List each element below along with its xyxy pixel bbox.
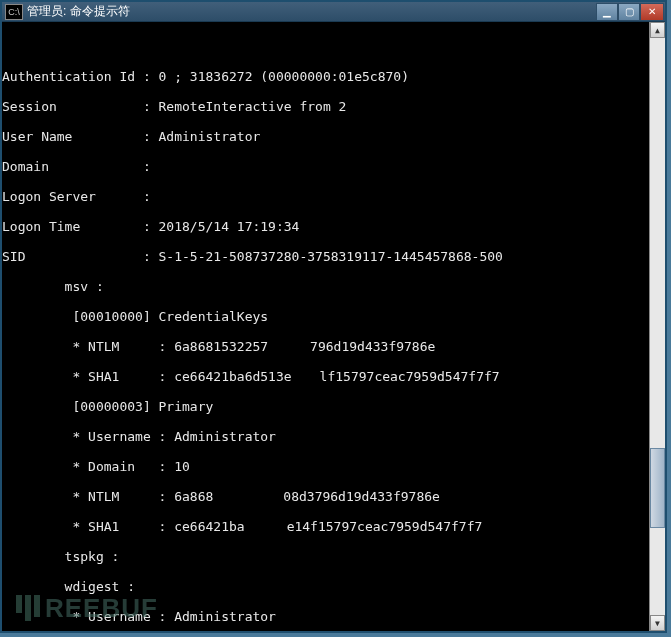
- redacted: [268, 339, 310, 353]
- msv-sha1-line: * SHA1 : ce66421ba6d513elf15797ceac7959d…: [2, 369, 650, 384]
- window-controls: ▁ ▢ ✕: [596, 3, 664, 21]
- redacted: [159, 189, 254, 203]
- redacted: [213, 489, 283, 503]
- maximize-button[interactable]: ▢: [618, 3, 640, 21]
- vertical-scrollbar[interactable]: ▲ ▼: [649, 22, 665, 631]
- msv-credkeys: [00010000] CredentialKeys: [2, 309, 650, 324]
- redacted: [159, 159, 254, 173]
- auth-id-line: Authentication Id : 0 ; 31836272 (000000…: [2, 69, 650, 84]
- redacted: [190, 459, 260, 473]
- scroll-track[interactable]: [650, 38, 665, 615]
- redacted: [292, 369, 320, 383]
- logon-time-line: Logon Time : 2018/5/14 17:19:34: [2, 219, 650, 234]
- terminal-output: Authentication Id : 0 ; 31836272 (000000…: [2, 22, 650, 631]
- minimize-button[interactable]: ▁: [596, 3, 618, 21]
- titlebar[interactable]: C:\ 管理员: 命令提示符 ▁ ▢ ✕: [2, 2, 665, 22]
- window-title: 管理员: 命令提示符: [27, 3, 596, 20]
- domain-line: Domain :: [2, 159, 650, 174]
- msv-ntlm2-line: * NTLM : 6a86808d3796d19d433f9786e: [2, 489, 650, 504]
- tspkg-line: tspkg :: [2, 549, 650, 564]
- command-prompt-icon: C:\: [5, 4, 23, 20]
- redacted: [245, 519, 287, 533]
- msv-domain: * Domain : 10: [2, 459, 650, 474]
- msv-ntlm-line: * NTLM : 6a8681532257796d19d433f9786e: [2, 339, 650, 354]
- sid-line: SID : S-1-5-21-508737280-3758319117-1445…: [2, 249, 650, 264]
- msv-header: msv :: [2, 279, 650, 294]
- msv-primary: [00000003] Primary: [2, 399, 650, 414]
- scroll-up-button[interactable]: ▲: [650, 22, 665, 38]
- close-button[interactable]: ✕: [640, 3, 664, 21]
- msv-sha2-line: * SHA1 : ce66421bae14f15797ceac7959d547f…: [2, 519, 650, 534]
- scroll-thumb[interactable]: [650, 448, 665, 528]
- msv-username: * Username : Administrator: [2, 429, 650, 444]
- user-name-line: User Name : Administrator: [2, 129, 650, 144]
- session-line: Session : RemoteInteractive from 2: [2, 99, 650, 114]
- command-prompt-window: C:\ 管理员: 命令提示符 ▁ ▢ ✕ Authentication Id :…: [0, 0, 667, 633]
- scroll-down-button[interactable]: ▼: [650, 615, 665, 631]
- wdigest-username: * Username : Administrator: [2, 609, 650, 624]
- wdigest-header: wdigest :: [2, 579, 650, 594]
- logon-server-line: Logon Server :: [2, 189, 650, 204]
